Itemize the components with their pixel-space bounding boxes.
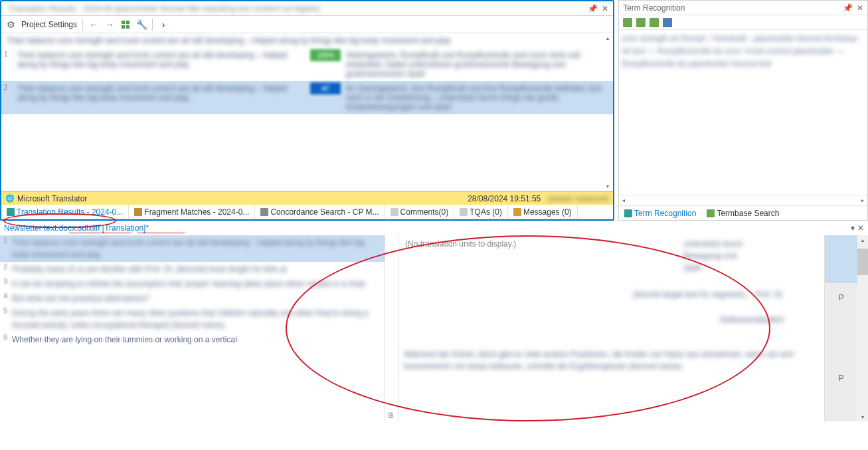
document-editor-area: Newsletter text.docx.sdlxliff [Translati… <box>0 221 868 421</box>
separator <box>82 19 83 31</box>
structure-cell: P <box>825 283 857 312</box>
match-source-blurred: Their balance core strength and trunk co… <box>16 49 306 80</box>
scrollbar-thumb[interactable] <box>857 249 868 275</box>
segment-number: 2 <box>0 262 9 277</box>
termbase-icon[interactable] <box>623 18 632 27</box>
scrollbar-vertical[interactable]: ▴ ▾ <box>602 33 613 191</box>
tqa-icon <box>460 208 468 216</box>
tab-messages[interactable]: Messages (0) <box>508 205 578 219</box>
chevron-right-icon[interactable]: › <box>158 19 169 30</box>
segment-number: 5 <box>0 306 9 332</box>
scrollbar-vertical[interactable]: ▴ ▾ <box>857 235 868 421</box>
structure-column: P P <box>824 235 857 421</box>
target-text-blurred: (blurred target text for segment)… Prof.… <box>398 287 824 302</box>
termbase-icon[interactable] <box>636 18 646 27</box>
match-row[interactable]: 1 Their balance core strength and trunk … <box>1 48 613 81</box>
svg-rect-3 <box>126 25 130 29</box>
fragments-icon <box>134 208 142 216</box>
close-icon[interactable]: ✕ <box>601 5 609 13</box>
termbase-icon[interactable] <box>650 18 659 27</box>
annotation-underline <box>137 233 185 233</box>
concordance-icon <box>260 208 268 216</box>
target-text-blurred: Während der frühen Jahre gibt es viele a… <box>398 347 824 374</box>
chevron-down-icon[interactable]: ▾ <box>851 223 855 233</box>
match-source-blurred: Their balance core strength and trunk co… <box>16 82 306 113</box>
grid-icon[interactable] <box>120 19 131 30</box>
segment-number: 4 <box>0 291 9 306</box>
tab-comments[interactable]: Comments(0) <box>385 205 455 219</box>
match-score-badge: 100% <box>310 49 341 61</box>
comments-icon <box>391 208 398 216</box>
close-icon[interactable]: ✕ <box>857 3 863 13</box>
structure-cell <box>825 340 857 355</box>
tab-tqas[interactable]: TQAs (0) <box>454 205 508 219</box>
mt-provider-label: Microsoft Translator <box>17 194 87 203</box>
termbase-settings-icon[interactable] <box>663 18 672 27</box>
tab-translation-results[interactable]: Translation Results - 2024-0... <box>1 205 129 219</box>
document-tab-row: Newsletter text.docx.sdlxliff [Translati… <box>0 221 868 235</box>
segment-row[interactable]: 4But what are the practical alternatives… <box>0 291 385 306</box>
chevron-right-icon[interactable]: ▸ <box>858 197 867 203</box>
tab-termbase-search[interactable]: Termbase Search <box>701 209 784 218</box>
structure-cell: P <box>825 355 857 401</box>
document-tab[interactable]: Newsletter text.docx.sdlxliff [Translati… <box>4 223 149 233</box>
project-settings-button[interactable]: Project Settings <box>21 20 77 29</box>
tools-icon[interactable]: 🔧 <box>136 19 147 30</box>
mt-extra-blurred: (details redacted) <box>547 194 609 203</box>
match-row[interactable]: 2 Their balance core strength and trunk … <box>1 81 613 114</box>
tab-term-recognition[interactable]: Term Recognition <box>619 209 701 218</box>
results-icon <box>7 208 15 216</box>
search-icon <box>707 209 715 217</box>
target-column[interactable]: unterstützt durch Bewegung und Spiel (No… <box>398 235 824 421</box>
document-icon: 🗎 <box>387 411 396 420</box>
match-header-blurred: Their balance core strength and trunk co… <box>1 33 613 48</box>
settings-icon[interactable]: ⚙ <box>5 19 16 30</box>
segment-source-blurred: It can be tempting to rethink the assump… <box>9 277 385 291</box>
segment-row[interactable]: 2Probably many of us are familiar with P… <box>0 262 385 277</box>
term-content-blurred: core strength de Rumpf- / Kernkraft - pl… <box>619 30 867 195</box>
segment-number: 1 <box>0 235 9 262</box>
segment-source-blurred: Their balance core strength and trunk co… <box>9 235 385 262</box>
status-column: 🗎 <box>385 235 398 421</box>
structure-cell <box>825 235 857 283</box>
chevron-up-icon[interactable]: ▴ <box>602 33 613 43</box>
separator <box>152 19 153 31</box>
editor-grid: 1Their balance core strength and trunk c… <box>0 235 868 421</box>
match-index: 1 <box>4 49 12 80</box>
svg-rect-1 <box>126 21 130 24</box>
term-tab-strip: Term Recognition Termbase Search <box>619 205 867 220</box>
tab-fragment-matches[interactable]: Fragment Matches - 2024-0... <box>129 205 255 219</box>
pin-icon[interactable]: 📌 <box>588 4 597 13</box>
results-tab-strip: Translation Results - 2024-0... Fragment… <box>1 205 613 219</box>
chevron-down-icon[interactable]: ▾ <box>602 181 613 191</box>
term-recognition-pane: Term Recognition 📌 ✕ core strength de Ru… <box>618 0 868 221</box>
segment-row[interactable]: 3It can be tempting to rethink the assum… <box>0 277 385 291</box>
segment-source-blurred: But what are the practical alternatives? <box>9 291 385 306</box>
arrow-right-icon[interactable]: → <box>104 19 115 30</box>
tab-concordance-search[interactable]: Concordance Search - CP M... <box>255 205 385 219</box>
chevron-down-icon[interactable]: ▾ <box>857 412 868 421</box>
svg-rect-2 <box>122 25 125 29</box>
annotation-underline <box>69 233 131 233</box>
segment-number: 6 <box>0 332 9 347</box>
target-text-blurred: Selbstverständlich <box>398 312 824 327</box>
source-column: 1Their balance core strength and trunk c… <box>0 235 385 421</box>
chevron-left-icon[interactable]: ◂ <box>619 197 628 203</box>
svg-rect-0 <box>122 21 125 24</box>
close-icon[interactable]: ✕ <box>857 223 864 233</box>
match-index: 2 <box>4 82 12 113</box>
empty-target-message: (No·translation·units·to·display.) <box>398 235 824 253</box>
segment-row[interactable]: 5During the early years there are many o… <box>0 306 385 332</box>
pane-header: Translation Results - 2024-08 (placehold… <box>1 1 613 16</box>
mt-provider-bar: 🌐 Microsoft Translator 28/08/2024 19:51:… <box>1 191 613 205</box>
target-text-blurred: unterstützt durch Bewegung und Spiel <box>678 237 758 275</box>
term-pane-header: Term Recognition 📌 ✕ <box>619 1 867 15</box>
structure-cell <box>825 312 857 340</box>
segment-row[interactable]: 6Whether·they·are·lying·on·their·tummies… <box>0 332 385 347</box>
pin-icon[interactable]: 📌 <box>843 3 853 13</box>
segment-row[interactable]: 1Their balance core strength and trunk c… <box>0 235 385 262</box>
scrollbar-horizontal[interactable]: ◂ ▸ <box>619 195 867 205</box>
arrow-left-icon[interactable]: ← <box>88 19 99 30</box>
chevron-up-icon[interactable]: ▴ <box>857 235 868 245</box>
term-toolbar <box>619 15 867 30</box>
